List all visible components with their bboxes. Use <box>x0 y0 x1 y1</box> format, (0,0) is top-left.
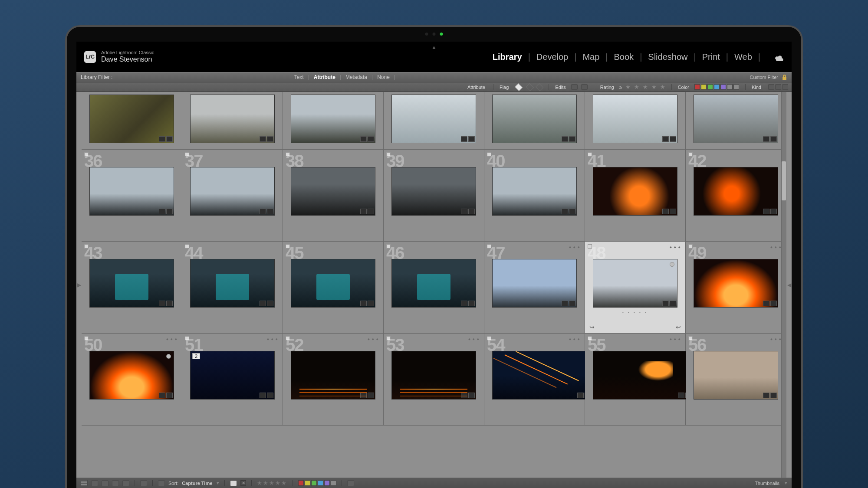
thumbnail[interactable] <box>291 351 375 400</box>
thumbnail[interactable] <box>492 351 592 400</box>
rating-star-5[interactable]: ★ <box>660 84 665 90</box>
grid-cell[interactable]: 47● ● ● <box>484 242 585 334</box>
rotate-ccw-icon[interactable] <box>347 480 354 486</box>
rating-dots[interactable]: • • • • • <box>593 310 677 314</box>
cell-menu-icon[interactable]: ● ● ● <box>670 337 681 341</box>
rating-star-2[interactable]: ★ <box>634 84 639 90</box>
thumbnail[interactable] <box>89 259 174 308</box>
cell-menu-icon[interactable]: ● ● ● <box>670 245 681 249</box>
grid-cell[interactable]: 49● ● ● <box>686 242 786 334</box>
module-library[interactable]: Library <box>493 52 522 62</box>
thumbnail[interactable] <box>391 259 476 308</box>
nav-prev-icon[interactable]: ↪ <box>589 324 595 331</box>
kind-virtual-icon[interactable] <box>775 84 781 90</box>
color-swatch[interactable] <box>694 84 700 90</box>
grid-cell[interactable]: 42 <box>686 150 786 242</box>
cell-menu-icon[interactable]: ● ● ● <box>468 337 480 341</box>
sort-value[interactable]: Capture Time <box>182 481 212 486</box>
thumbnail[interactable] <box>291 259 375 308</box>
grid-cell[interactable]: 44 <box>182 242 283 334</box>
grid-cell[interactable] <box>384 92 484 150</box>
color-swatch[interactable] <box>701 84 707 90</box>
nav-next-icon[interactable]: ↩ <box>676 324 681 331</box>
module-book[interactable]: Book <box>614 52 634 62</box>
grid-cell[interactable]: 41 <box>585 150 686 242</box>
label-swatch[interactable] <box>311 480 317 486</box>
grid-cell[interactable] <box>182 92 283 150</box>
label-swatch[interactable] <box>331 480 336 486</box>
flag-unflagged-icon[interactable] <box>526 83 534 91</box>
grid-cell[interactable] <box>82 92 182 150</box>
module-map[interactable]: Map <box>582 52 599 62</box>
cell-menu-icon[interactable]: ● ● ● <box>770 245 782 249</box>
grid-cell[interactable] <box>585 92 686 150</box>
grid-cell[interactable] <box>686 92 786 150</box>
custom-filter-dropdown[interactable]: Custom Filter <box>750 75 778 80</box>
label-swatch[interactable] <box>298 480 304 486</box>
thumbnail[interactable] <box>89 167 174 216</box>
thumbnail[interactable] <box>694 351 778 400</box>
grid-cell[interactable]: 36 <box>82 150 182 242</box>
thumbnail[interactable] <box>89 95 174 143</box>
cell-menu-icon[interactable]: ● ● ● <box>569 245 580 249</box>
filter-tab-attribute[interactable]: Attribute <box>309 74 340 80</box>
thumbnail[interactable] <box>694 167 778 216</box>
label-swatch[interactable] <box>305 480 310 486</box>
cell-menu-icon[interactable]: ● ● ● <box>569 337 580 341</box>
label-swatch[interactable] <box>324 480 330 486</box>
grid-cell[interactable]: 52● ● ● <box>283 334 384 426</box>
thumbnail[interactable] <box>593 351 693 400</box>
thumbnail[interactable] <box>492 167 577 216</box>
thumbnail[interactable] <box>694 95 778 143</box>
rating-operator[interactable]: ≥ <box>619 85 622 90</box>
rating-star-1[interactable]: ★ <box>625 84 631 90</box>
grid-cell[interactable]: 54● ● ● <box>484 334 585 426</box>
thumbnail[interactable] <box>190 167 275 216</box>
thumbnail[interactable] <box>89 351 174 400</box>
flag-picked-icon[interactable] <box>515 83 523 91</box>
cloud-sync-icon[interactable] <box>774 53 784 60</box>
thumbnail[interactable] <box>190 259 275 308</box>
color-swatch[interactable] <box>727 84 733 90</box>
view-survey-icon[interactable] <box>112 480 119 486</box>
flag-reject-button[interactable]: ✕ <box>240 480 246 486</box>
grid-cell[interactable]: 50● ● ● <box>82 334 182 426</box>
color-swatch[interactable] <box>714 84 720 90</box>
view-grid-icon[interactable] <box>81 480 88 486</box>
thumbnail[interactable] <box>291 167 375 216</box>
cell-menu-icon[interactable]: ● ● ● <box>267 337 278 341</box>
view-compare-icon[interactable] <box>102 480 108 486</box>
stack-count-badge[interactable]: 2 <box>192 353 200 359</box>
thumbnail[interactable] <box>291 95 375 143</box>
label-swatch[interactable] <box>318 480 323 486</box>
color-swatch[interactable] <box>733 84 739 90</box>
grid-cell[interactable]: 55● ● ● <box>585 334 686 426</box>
thumbnail[interactable] <box>391 167 476 216</box>
edits-none-icon[interactable] <box>581 84 588 90</box>
filter-tab-metadata[interactable]: Metadata <box>341 74 372 80</box>
color-swatch[interactable] <box>707 84 713 90</box>
thumbnail[interactable] <box>593 167 677 216</box>
grid-cell[interactable]: 53● ● ● <box>384 334 484 426</box>
left-panel-handle[interactable]: ▶ <box>76 92 82 478</box>
thumbnails-dropdown-icon[interactable]: ▾ <box>785 480 787 486</box>
thumbnail[interactable] <box>492 95 577 143</box>
grid-cell[interactable]: 51● ● ●2 <box>182 334 283 426</box>
grid-cell[interactable]: 45 <box>283 242 384 334</box>
module-print[interactable]: Print <box>702 52 720 62</box>
grid-cell[interactable]: 43 <box>82 242 182 334</box>
sort-direction-icon[interactable] <box>158 480 165 486</box>
thumbnail[interactable] <box>391 95 476 143</box>
kind-video-icon[interactable] <box>782 84 788 90</box>
filter-tab-none[interactable]: None <box>373 74 394 80</box>
grid-cell[interactable]: 56● ● ● <box>686 334 786 426</box>
view-loupe-icon[interactable] <box>91 480 98 486</box>
painter-icon[interactable] <box>140 480 147 486</box>
rating-star-3[interactable]: ★ <box>643 84 648 90</box>
thumbnail[interactable] <box>190 95 275 143</box>
cell-menu-icon[interactable]: ● ● ● <box>770 337 782 341</box>
module-web[interactable]: Web <box>734 52 752 62</box>
grid-cell[interactable]: 39 <box>384 150 484 242</box>
thumbnail[interactable] <box>694 259 778 308</box>
grid-cell[interactable] <box>484 92 585 150</box>
